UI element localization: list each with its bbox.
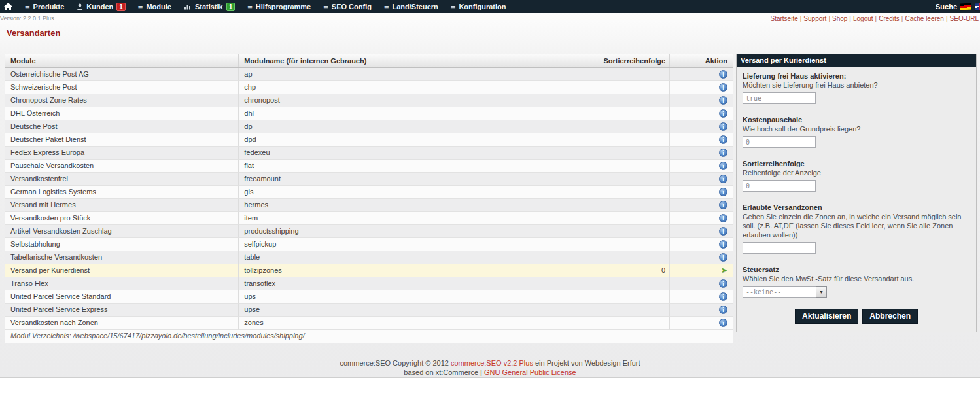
info-icon[interactable]: i [719,292,727,301]
link-separator: | [944,15,950,22]
info-icon[interactable]: i [719,83,727,92]
table-row-table[interactable]: Tabellarische Versandkostentablei [5,251,733,264]
action-cell: ➤ [670,264,733,277]
table-row-flat[interactable]: Pauschale Versandkostenflati [5,160,733,173]
table-row-ups[interactable]: United Parcel Service Standardupsi [5,290,733,304]
sort-order-cell [521,133,671,147]
info-icon[interactable]: i [719,109,727,118]
action-cell: i [670,186,733,199]
info-icon[interactable]: i [719,279,727,288]
nav-item-module[interactable]: ≡Module [138,0,171,13]
action-cell: i [670,160,733,173]
info-icon[interactable]: i [719,201,727,209]
module-code-cell: gls [239,186,521,199]
selected-arrow-icon[interactable]: ➤ [721,266,727,275]
footer-link[interactable]: commerce:SEO v2.2 Plus [451,359,533,367]
sort-order-cell: 0 [521,264,671,277]
module-code-cell: table [239,251,521,264]
info-icon[interactable]: i [719,135,727,144]
info-icon[interactable]: i [719,227,727,236]
cancel-button[interactable]: Abbrechen [862,309,918,324]
header-link-6[interactable]: SEO-URL [950,15,979,22]
nav-badge-kunden: 1 [116,3,126,11]
nav-item-hilfsprogramme[interactable]: ≡Hilfsprogramme [247,0,311,13]
header-link-1[interactable]: Support [803,15,826,22]
nav-item-konfiguration[interactable]: ≡Konfiguration [451,0,506,13]
german-flag-icon[interactable] [960,3,971,10]
table-row-hermes[interactable]: Versand mit Hermeshermesi [5,199,733,212]
table-row-gls[interactable]: German Logistics Systemsglsi [5,186,733,199]
module-name-cell: Deutsche Post [5,120,239,133]
footer-link[interactable]: GNU General Public License [484,368,576,376]
table-row-chronopost[interactable]: Chronopost Zone Rateschronoposti [5,94,733,107]
sortierreihenfolge-input[interactable] [743,180,816,192]
info-icon[interactable]: i [719,175,727,183]
table-row-selfpickup[interactable]: Selbstabholungselfpickupi [5,238,733,251]
nav-item-label: Produkte [33,0,65,13]
info-icon[interactable]: i [719,149,727,157]
info-icon[interactable]: i [719,214,727,222]
table-row-freeamount[interactable]: Versandkostenfreifreeamounti [5,173,733,186]
chevron-down-icon[interactable]: ▼ [816,286,827,298]
field-kostenpauschale: KostenpauschaleWie hoch soll der Grundpr… [743,115,970,148]
info-icon[interactable]: i [719,240,727,249]
field-label: Kostenpauschale [743,115,970,124]
kostenpauschale-input[interactable] [743,136,816,148]
sort-order-cell [521,107,671,120]
search-link[interactable]: Suche [936,0,957,13]
info-icon[interactable]: i [719,70,727,79]
info-icon[interactable]: i [719,96,727,105]
update-button[interactable]: Aktualisieren [795,309,858,324]
table-row-dhl[interactable]: DHL Österreichdhli [5,107,733,120]
nav-item-seo-config[interactable]: ≡SEO Config [323,0,372,13]
info-icon[interactable]: i [719,188,727,196]
module-code-cell: fedexeu [239,147,521,160]
sort-order-cell [521,317,671,330]
info-icon[interactable]: i [719,319,727,327]
nav-item-home[interactable] [4,0,12,13]
table-row-item[interactable]: Versandkosten pro Stückitemi [5,212,733,225]
module-code-cell: dhl [239,107,521,120]
table-row-chp[interactable]: Schweizerische Postchpi [5,81,733,94]
menu-icon: ≡ [323,0,328,13]
header-link-0[interactable]: Startseite [770,15,797,22]
sort-order-cell [521,199,671,212]
header-link-2[interactable]: Shop [832,15,847,22]
nav-item-kunden[interactable]: Kunden1 [77,0,126,13]
table-row-dpd[interactable]: Deutscher Paket Dienstdpdi [5,133,733,147]
table-row-upse[interactable]: United Parcel Service Expressupsei [5,304,733,317]
module-code-cell: selfpickup [239,238,521,251]
steuersatz-select-value[interactable] [743,286,816,298]
table-row-tollzipzones[interactable]: Versand per Kurierdiensttollzipzones0➤ [5,264,733,277]
uk-flag-icon[interactable] [975,3,980,10]
field-sortierreihenfolge: SortierreihenfolgeReihenfolge der Anzeig… [743,159,970,192]
nav-item-land-steuern[interactable]: ≡Land/Steuern [384,0,438,13]
header-link-4[interactable]: Credits [879,15,900,22]
steuersatz-select[interactable]: ▼ [743,286,970,298]
nav-item-label: SEO Config [332,0,372,13]
erlaubte-versandzonen-input[interactable] [743,242,816,254]
header-link-5[interactable]: Cache leeren [905,15,943,22]
nav-item-produkte[interactable]: ≡Produkte [25,0,64,13]
nav-item-statistik[interactable]: Statistik1 [184,0,235,13]
module-name-cell: Schweizerische Post [5,81,239,94]
table-header-row: ModuleModulname (für internen Gebrauch)S… [5,54,733,68]
table-row-zones[interactable]: Versandkosten nach Zonenzonesi [5,317,733,330]
table-row-productsshipping[interactable]: Artikel-Versandkosten Zuschlagproductssh… [5,225,733,238]
info-icon[interactable]: i [719,306,727,314]
action-cell: i [670,147,733,160]
sort-order-cell [521,251,671,264]
info-icon[interactable]: i [719,162,727,170]
info-icon[interactable]: i [719,122,727,131]
version-label: Version: 2.2.0.1 Plus [0,15,54,22]
action-cell: i [670,107,733,120]
info-icon[interactable]: i [719,253,727,262]
header-link-3[interactable]: Logout [853,15,873,22]
table-row-ap[interactable]: Österreichische Post AGapi [5,68,733,81]
table-row-transoflex[interactable]: Transo Flextransoflexi [5,277,733,290]
lieferung-frei-haus-input[interactable] [743,92,816,104]
sort-order-cell [521,147,671,160]
table-row-dp[interactable]: Deutsche Postdpi [5,120,733,133]
table-row-fedexeu[interactable]: FedEx Express Europafedexeui [5,147,733,160]
module-code-cell: upse [239,304,521,317]
